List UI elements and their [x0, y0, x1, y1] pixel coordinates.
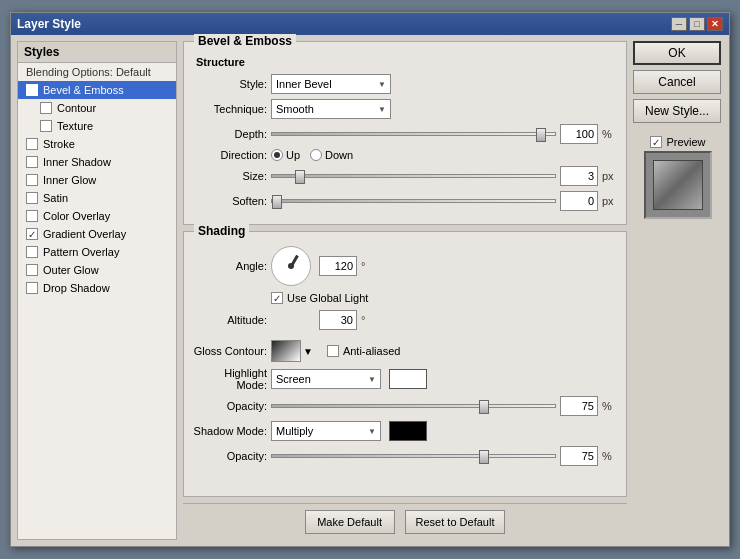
sidebar-item-inner-shadow[interactable]: Inner Shadow — [18, 153, 176, 171]
sidebar-item-gradient-overlay[interactable]: Gradient Overlay — [18, 225, 176, 243]
highlight-opacity-slider-container[interactable] — [271, 399, 556, 413]
pattern-overlay-checkbox[interactable] — [26, 246, 38, 258]
sidebar-item-bevel-emboss[interactable]: Bevel & Emboss — [18, 81, 176, 99]
gloss-contour-thumbnail[interactable] — [271, 340, 301, 362]
sidebar-item-stroke[interactable]: Stroke — [18, 135, 176, 153]
highlight-color-swatch[interactable] — [389, 369, 427, 389]
bevel-emboss-checkbox[interactable] — [26, 84, 38, 96]
sidebar-item-blending-options[interactable]: Blending Options: Default — [18, 63, 176, 81]
direction-up-radio[interactable]: Up — [271, 149, 300, 161]
cancel-button[interactable]: Cancel — [633, 70, 721, 94]
gradient-overlay-checkbox[interactable] — [26, 228, 38, 240]
sidebar-item-pattern-overlay[interactable]: Pattern Overlay — [18, 243, 176, 261]
soften-input[interactable] — [560, 191, 598, 211]
direction-down-radio[interactable]: Down — [310, 149, 353, 161]
sidebar-item-color-overlay[interactable]: Color Overlay — [18, 207, 176, 225]
satin-checkbox[interactable] — [26, 192, 38, 204]
size-label: Size: — [192, 170, 267, 182]
stroke-checkbox[interactable] — [26, 138, 38, 150]
title-bar-buttons: ─ □ ✕ — [671, 17, 723, 31]
sidebar-item-texture[interactable]: Texture — [18, 117, 176, 135]
size-slider-container[interactable] — [271, 169, 556, 183]
soften-slider-thumb[interactable] — [272, 195, 282, 209]
make-default-button[interactable]: Make Default — [305, 510, 395, 534]
preview-inner — [653, 160, 703, 210]
technique-label: Technique: — [192, 103, 267, 115]
angle-altitude-area: Angle: ° Use Global — [192, 246, 618, 335]
contour-label: Contour — [57, 102, 96, 114]
maximize-button[interactable]: □ — [689, 17, 705, 31]
preview-label-row: Preview — [650, 136, 705, 148]
soften-unit: px — [602, 195, 618, 207]
new-style-button[interactable]: New Style... — [633, 99, 721, 123]
highlight-opacity-label: Opacity: — [192, 400, 267, 412]
shadow-opacity-slider-container[interactable] — [271, 449, 556, 463]
technique-dropdown[interactable]: Smooth ▼ — [271, 99, 391, 119]
sidebar-item-drop-shadow[interactable]: Drop Shadow — [18, 279, 176, 297]
sidebar-item-satin[interactable]: Satin — [18, 189, 176, 207]
sidebar-item-contour[interactable]: Contour — [18, 99, 176, 117]
global-light-checkbox-item[interactable]: Use Global Light — [271, 292, 368, 304]
shadow-opacity-label: Opacity: — [192, 450, 267, 462]
color-overlay-label: Color Overlay — [43, 210, 110, 222]
altitude-row: Altitude: ° — [192, 310, 377, 330]
shadow-mode-dropdown[interactable]: Multiply ▼ — [271, 421, 381, 441]
outer-glow-checkbox[interactable] — [26, 264, 38, 276]
angle-center-dot — [288, 263, 294, 269]
shading-section-title: Shading — [194, 224, 249, 238]
minimize-button[interactable]: ─ — [671, 17, 687, 31]
bevel-emboss-label: Bevel & Emboss — [43, 84, 124, 96]
drop-shadow-checkbox[interactable] — [26, 282, 38, 294]
highlight-mode-dropdown[interactable]: Screen ▼ — [271, 369, 381, 389]
layer-style-dialog: Layer Style ─ □ ✕ Styles Blending Option… — [10, 12, 730, 547]
depth-slider-thumb[interactable] — [536, 128, 546, 142]
angle-input[interactable] — [319, 256, 357, 276]
direction-row: Direction: Up Down — [192, 149, 618, 161]
depth-label: Depth: — [192, 128, 267, 140]
global-light-checkbox[interactable] — [271, 292, 283, 304]
anti-aliased-label: Anti-aliased — [343, 345, 400, 357]
altitude-input[interactable] — [319, 310, 357, 330]
highlight-opacity-thumb[interactable] — [479, 400, 489, 414]
direction-up-label: Up — [286, 149, 300, 161]
contour-checkbox[interactable] — [40, 102, 52, 114]
inner-shadow-checkbox[interactable] — [26, 156, 38, 168]
shadow-color-swatch[interactable] — [389, 421, 427, 441]
size-unit: px — [602, 170, 618, 182]
preview-checkbox[interactable] — [650, 136, 662, 148]
preview-box — [644, 151, 712, 219]
soften-slider-track — [271, 199, 556, 203]
color-overlay-checkbox[interactable] — [26, 210, 38, 222]
shadow-mode-label: Shadow Mode: — [192, 425, 267, 437]
sidebar-item-outer-glow[interactable]: Outer Glow — [18, 261, 176, 279]
bevel-emboss-section: Bevel & Emboss Structure Style: Inner Be… — [183, 41, 627, 225]
highlight-opacity-input[interactable] — [560, 396, 598, 416]
depth-input[interactable] — [560, 124, 598, 144]
angle-wheel[interactable] — [271, 246, 311, 286]
structure-subtitle: Structure — [192, 56, 618, 68]
shadow-opacity-thumb[interactable] — [479, 450, 489, 464]
sidebar-item-inner-glow[interactable]: Inner Glow — [18, 171, 176, 189]
close-button[interactable]: ✕ — [707, 17, 723, 31]
altitude-unit: ° — [361, 314, 377, 326]
texture-checkbox[interactable] — [40, 120, 52, 132]
highlight-mode-label: Highlight Mode: — [192, 367, 267, 391]
shading-section: Shading Angle: ° — [183, 231, 627, 497]
reset-to-default-button[interactable]: Reset to Default — [405, 510, 506, 534]
style-dropdown[interactable]: Inner Bevel ▼ — [271, 74, 391, 94]
gloss-contour-row: Gloss Contour: ▼ Anti-aliased — [192, 340, 618, 362]
soften-row: Soften: px — [192, 191, 618, 211]
depth-slider-container[interactable] — [271, 127, 556, 141]
inner-glow-checkbox[interactable] — [26, 174, 38, 186]
highlight-dropdown-arrow: ▼ — [368, 375, 376, 384]
gloss-contour-arrow[interactable]: ▼ — [303, 346, 313, 357]
anti-aliased-item[interactable]: Anti-aliased — [327, 345, 400, 357]
size-slider-track — [271, 174, 556, 178]
ok-button[interactable]: OK — [633, 41, 721, 65]
anti-aliased-checkbox[interactable] — [327, 345, 339, 357]
soften-slider-container[interactable] — [271, 194, 556, 208]
size-slider-thumb[interactable] — [295, 170, 305, 184]
size-row: Size: px — [192, 166, 618, 186]
size-input[interactable] — [560, 166, 598, 186]
shadow-opacity-input[interactable] — [560, 446, 598, 466]
